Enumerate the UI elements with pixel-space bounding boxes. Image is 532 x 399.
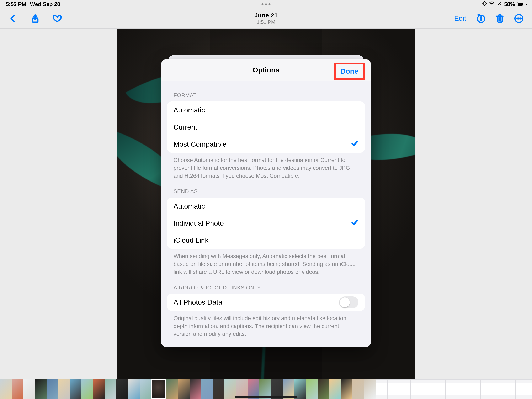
airdrop-row-all-photos-data[interactable]: All Photos Data [167, 294, 365, 311]
svg-point-18 [517, 18, 518, 19]
favorite-button[interactable] [52, 14, 62, 23]
battery-icon [517, 2, 526, 6]
row-label: Most Compatible [173, 140, 227, 148]
svg-point-12 [481, 17, 481, 17]
all-photos-data-toggle[interactable] [339, 296, 359, 308]
thumbnail[interactable] [47, 380, 58, 399]
thumbnail[interactable] [434, 380, 446, 399]
row-label: All Photos Data [173, 298, 222, 306]
thumbnail[interactable] [58, 380, 70, 399]
checkmark-icon [351, 219, 359, 228]
section-header-format: FORMAT [173, 92, 365, 99]
thumbnail[interactable] [0, 380, 12, 399]
multitask-dots[interactable] [262, 3, 271, 5]
section-header-send-as: SEND AS [173, 188, 365, 195]
svg-line-7 [486, 2, 486, 2]
thumbnail[interactable] [190, 380, 201, 399]
thumbnail[interactable] [504, 380, 515, 399]
more-button[interactable] [514, 14, 524, 23]
options-modal: Options Done FORMAT Automatic Current Mo… [161, 59, 371, 348]
status-time: 5:52 PM [6, 1, 26, 7]
thumbnail[interactable] [82, 380, 93, 399]
thumbnail[interactable] [492, 380, 504, 399]
thumbnail[interactable] [116, 380, 128, 399]
photo-date: June 21 [254, 12, 278, 19]
photo-time: 1:51 PM [254, 19, 278, 25]
format-footer: Choose Automatic for the best format for… [173, 156, 359, 180]
thumbnail[interactable] [317, 380, 329, 399]
home-indicator[interactable] [235, 396, 297, 398]
thumbnail[interactable] [411, 380, 422, 399]
row-label: iCloud Link [173, 236, 209, 244]
format-row-current[interactable]: Current [167, 118, 365, 135]
thumbnail[interactable] [140, 380, 151, 399]
share-button[interactable] [30, 14, 40, 23]
format-row-most-compatible[interactable]: Most Compatible [167, 135, 365, 153]
thumbnail[interactable] [387, 380, 399, 399]
svg-line-6 [483, 5, 484, 5]
status-bar: 5:52 PM Wed Sep 20 58% [0, 0, 532, 8]
svg-point-19 [519, 18, 519, 19]
thumbnail[interactable] [151, 380, 166, 399]
svg-line-3 [486, 5, 486, 5]
thumbnail[interactable] [457, 380, 469, 399]
modal-title: Options [253, 66, 279, 74]
send-as-list: Automatic Individual Photo iCloud Link [167, 198, 365, 249]
send-as-row-icloud-link[interactable]: iCloud Link [167, 232, 365, 249]
row-label: Automatic [173, 106, 205, 114]
back-button[interactable] [8, 14, 18, 23]
thumbnail[interactable] [201, 380, 213, 399]
format-row-automatic[interactable]: Automatic [167, 102, 365, 118]
thumbnail[interactable] [341, 380, 352, 399]
thumbnail[interactable] [166, 380, 178, 399]
photo-timestamp[interactable]: June 21 1:51 PM [254, 12, 278, 25]
thumbnail[interactable] [364, 380, 376, 399]
thumbnail[interactable] [527, 380, 532, 399]
thumbnail[interactable] [93, 380, 105, 399]
thumbnail[interactable] [35, 380, 47, 399]
thumbnail[interactable] [12, 380, 23, 399]
battery-pct: 58% [504, 1, 515, 7]
thumbnail[interactable] [399, 380, 411, 399]
status-icons: 58% [482, 1, 526, 8]
info-button[interactable] [476, 14, 485, 23]
thumbnail[interactable] [128, 380, 140, 399]
thumbnail[interactable] [422, 380, 434, 399]
wifi-icon [489, 1, 494, 8]
thumbnail[interactable] [70, 380, 82, 399]
thumbnail[interactable] [213, 380, 224, 399]
modal-header: Options Done [161, 59, 371, 81]
thumbnail[interactable] [446, 380, 457, 399]
activity-icon [482, 1, 487, 7]
thumbnail[interactable] [352, 380, 364, 399]
thumbnail[interactable] [469, 380, 481, 399]
trash-button[interactable] [495, 14, 505, 23]
send-as-row-individual-photo[interactable]: Individual Photo [167, 215, 365, 232]
row-label: Current [173, 123, 197, 131]
thumbnail[interactable] [515, 380, 527, 399]
send-as-row-automatic[interactable]: Automatic [167, 198, 365, 215]
thumbnail[interactable] [178, 380, 190, 399]
thumbnail[interactable] [481, 380, 492, 399]
thumbnail[interactable] [329, 380, 341, 399]
thumbnail[interactable] [224, 380, 236, 399]
svg-point-20 [520, 18, 521, 19]
checkmark-icon [351, 140, 359, 149]
thumbnail[interactable] [105, 380, 116, 399]
format-list: Automatic Current Most Compatible [167, 102, 365, 153]
thumbnail[interactable] [306, 380, 317, 399]
svg-line-2 [483, 2, 484, 2]
done-button[interactable]: Done [334, 63, 365, 80]
location-icon [497, 1, 502, 8]
edit-button[interactable]: Edit [454, 14, 466, 22]
thumbnail[interactable] [23, 380, 35, 399]
nav-bar: June 21 1:51 PM Edit [0, 8, 532, 29]
row-label: Individual Photo [173, 219, 224, 227]
airdrop-list: All Photos Data [167, 294, 365, 311]
airdrop-footer: Original quality files will include edit… [173, 315, 359, 338]
thumbnail[interactable] [376, 380, 387, 399]
status-date: Wed Sep 20 [30, 1, 60, 7]
done-label: Done [341, 67, 358, 75]
row-label: Automatic [173, 202, 205, 210]
section-header-airdrop: AIRDROP & ICLOUD LINKS ONLY [173, 284, 365, 291]
